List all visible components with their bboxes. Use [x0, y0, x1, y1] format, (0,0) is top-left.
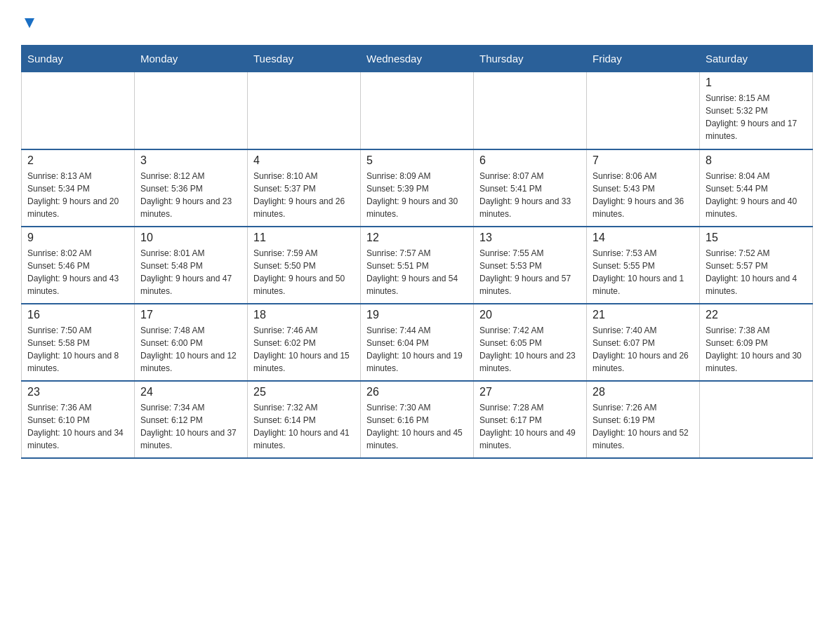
logo-icon	[22, 15, 37, 31]
day-number: 28	[593, 386, 694, 398]
day-info: Sunrise: 8:12 AMSunset: 5:36 PMDaylight:…	[140, 170, 241, 220]
day-info: Sunrise: 8:01 AMSunset: 5:48 PMDaylight:…	[140, 247, 241, 297]
logo	[21, 14, 37, 31]
day-number: 10	[140, 232, 241, 244]
day-info: Sunrise: 7:34 AMSunset: 6:12 PMDaylight:…	[140, 401, 241, 452]
week-row-4: 16Sunrise: 7:50 AMSunset: 5:58 PMDayligh…	[22, 304, 813, 381]
calendar-cell: 12Sunrise: 7:57 AMSunset: 5:51 PMDayligh…	[361, 227, 474, 304]
day-number: 25	[253, 386, 355, 398]
week-row-5: 23Sunrise: 7:36 AMSunset: 6:10 PMDayligh…	[22, 381, 813, 458]
page-header	[21, 14, 813, 31]
weekday-header-tuesday: Tuesday	[248, 46, 361, 72]
day-number: 1	[706, 76, 807, 89]
weekday-header-friday: Friday	[587, 46, 700, 72]
day-number: 8	[706, 154, 807, 167]
calendar-cell: 16Sunrise: 7:50 AMSunset: 5:58 PMDayligh…	[22, 304, 135, 381]
calendar-cell: 18Sunrise: 7:46 AMSunset: 6:02 PMDayligh…	[248, 304, 361, 381]
calendar-cell: 17Sunrise: 7:48 AMSunset: 6:00 PMDayligh…	[135, 304, 248, 381]
day-info: Sunrise: 7:38 AMSunset: 6:09 PMDaylight:…	[706, 324, 807, 375]
day-info: Sunrise: 7:40 AMSunset: 6:07 PMDaylight:…	[593, 324, 694, 375]
day-info: Sunrise: 7:55 AMSunset: 5:53 PMDaylight:…	[479, 247, 581, 297]
day-info: Sunrise: 8:13 AMSunset: 5:34 PMDaylight:…	[27, 170, 128, 220]
day-number: 23	[27, 386, 128, 398]
day-number: 15	[706, 232, 807, 244]
weekday-header-sunday: Sunday	[22, 46, 135, 72]
day-info: Sunrise: 8:07 AMSunset: 5:41 PMDaylight:…	[479, 170, 581, 220]
calendar-cell: 5Sunrise: 8:09 AMSunset: 5:39 PMDaylight…	[361, 149, 474, 227]
day-number: 9	[27, 232, 128, 244]
calendar-cell	[587, 72, 700, 149]
calendar-cell: 8Sunrise: 8:04 AMSunset: 5:44 PMDaylight…	[700, 149, 813, 227]
week-row-3: 9Sunrise: 8:02 AMSunset: 5:46 PMDaylight…	[22, 227, 813, 304]
day-info: Sunrise: 7:46 AMSunset: 6:02 PMDaylight:…	[253, 324, 355, 375]
day-number: 3	[140, 154, 241, 167]
calendar-cell: 25Sunrise: 7:32 AMSunset: 6:14 PMDayligh…	[248, 381, 361, 458]
day-number: 13	[479, 232, 581, 244]
day-number: 22	[706, 309, 807, 321]
day-info: Sunrise: 8:02 AMSunset: 5:46 PMDaylight:…	[27, 247, 128, 297]
calendar-cell: 21Sunrise: 7:40 AMSunset: 6:07 PMDayligh…	[587, 304, 700, 381]
svg-marker-0	[25, 18, 34, 28]
calendar-cell: 23Sunrise: 7:36 AMSunset: 6:10 PMDayligh…	[22, 381, 135, 458]
calendar-cell: 7Sunrise: 8:06 AMSunset: 5:43 PMDaylight…	[587, 149, 700, 227]
day-info: Sunrise: 7:44 AMSunset: 6:04 PMDaylight:…	[366, 324, 468, 375]
day-info: Sunrise: 8:06 AMSunset: 5:43 PMDaylight:…	[593, 170, 694, 220]
calendar-cell: 15Sunrise: 7:52 AMSunset: 5:57 PMDayligh…	[700, 227, 813, 304]
day-info: Sunrise: 7:59 AMSunset: 5:50 PMDaylight:…	[253, 247, 355, 297]
day-info: Sunrise: 8:15 AMSunset: 5:32 PMDaylight:…	[706, 92, 807, 142]
day-number: 19	[366, 309, 468, 321]
calendar-cell	[248, 72, 361, 149]
day-info: Sunrise: 7:52 AMSunset: 5:57 PMDaylight:…	[706, 247, 807, 297]
day-number: 26	[366, 386, 468, 398]
calendar-cell: 1Sunrise: 8:15 AMSunset: 5:32 PMDaylight…	[700, 72, 813, 149]
day-info: Sunrise: 7:32 AMSunset: 6:14 PMDaylight:…	[253, 401, 355, 452]
day-number: 24	[140, 386, 241, 398]
calendar-cell: 20Sunrise: 7:42 AMSunset: 6:05 PMDayligh…	[474, 304, 587, 381]
calendar-cell: 22Sunrise: 7:38 AMSunset: 6:09 PMDayligh…	[700, 304, 813, 381]
day-info: Sunrise: 7:28 AMSunset: 6:17 PMDaylight:…	[479, 401, 581, 452]
day-number: 17	[140, 309, 241, 321]
day-info: Sunrise: 7:48 AMSunset: 6:00 PMDaylight:…	[140, 324, 241, 375]
week-row-2: 2Sunrise: 8:13 AMSunset: 5:34 PMDaylight…	[22, 149, 813, 227]
day-number: 12	[366, 232, 468, 244]
day-info: Sunrise: 7:36 AMSunset: 6:10 PMDaylight:…	[27, 401, 128, 452]
calendar-cell: 24Sunrise: 7:34 AMSunset: 6:12 PMDayligh…	[135, 381, 248, 458]
day-info: Sunrise: 8:10 AMSunset: 5:37 PMDaylight:…	[253, 170, 355, 220]
day-info: Sunrise: 8:04 AMSunset: 5:44 PMDaylight:…	[706, 170, 807, 220]
calendar-cell: 2Sunrise: 8:13 AMSunset: 5:34 PMDaylight…	[22, 149, 135, 227]
day-number: 2	[27, 154, 128, 167]
day-number: 27	[479, 386, 581, 398]
day-info: Sunrise: 7:26 AMSunset: 6:19 PMDaylight:…	[593, 401, 694, 452]
weekday-header-row: SundayMondayTuesdayWednesdayThursdayFrid…	[22, 46, 813, 72]
calendar-cell: 10Sunrise: 8:01 AMSunset: 5:48 PMDayligh…	[135, 227, 248, 304]
calendar-cell: 11Sunrise: 7:59 AMSunset: 5:50 PMDayligh…	[248, 227, 361, 304]
day-number: 21	[593, 309, 694, 321]
weekday-header-monday: Monday	[135, 46, 248, 72]
calendar-cell: 28Sunrise: 7:26 AMSunset: 6:19 PMDayligh…	[587, 381, 700, 458]
day-info: Sunrise: 7:42 AMSunset: 6:05 PMDaylight:…	[479, 324, 581, 375]
day-number: 5	[366, 154, 468, 167]
calendar-cell: 14Sunrise: 7:53 AMSunset: 5:55 PMDayligh…	[587, 227, 700, 304]
day-info: Sunrise: 7:30 AMSunset: 6:16 PMDaylight:…	[366, 401, 468, 452]
day-info: Sunrise: 8:09 AMSunset: 5:39 PMDaylight:…	[366, 170, 468, 220]
calendar-cell: 9Sunrise: 8:02 AMSunset: 5:46 PMDaylight…	[22, 227, 135, 304]
calendar-cell: 4Sunrise: 8:10 AMSunset: 5:37 PMDaylight…	[248, 149, 361, 227]
calendar-cell: 27Sunrise: 7:28 AMSunset: 6:17 PMDayligh…	[474, 381, 587, 458]
day-info: Sunrise: 7:50 AMSunset: 5:58 PMDaylight:…	[27, 324, 128, 375]
week-row-1: 1Sunrise: 8:15 AMSunset: 5:32 PMDaylight…	[22, 72, 813, 149]
day-number: 20	[479, 309, 581, 321]
calendar-cell: 6Sunrise: 8:07 AMSunset: 5:41 PMDaylight…	[474, 149, 587, 227]
day-number: 16	[27, 309, 128, 321]
day-number: 18	[253, 309, 355, 321]
day-number: 14	[593, 232, 694, 244]
calendar-cell: 13Sunrise: 7:55 AMSunset: 5:53 PMDayligh…	[474, 227, 587, 304]
day-number: 6	[479, 154, 581, 167]
day-number: 7	[593, 154, 694, 167]
calendar-cell	[700, 381, 813, 458]
day-number: 11	[253, 232, 355, 244]
weekday-header-saturday: Saturday	[700, 46, 813, 72]
calendar-cell	[22, 72, 135, 149]
day-number: 4	[253, 154, 355, 167]
day-info: Sunrise: 7:57 AMSunset: 5:51 PMDaylight:…	[366, 247, 468, 297]
calendar-cell	[361, 72, 474, 149]
